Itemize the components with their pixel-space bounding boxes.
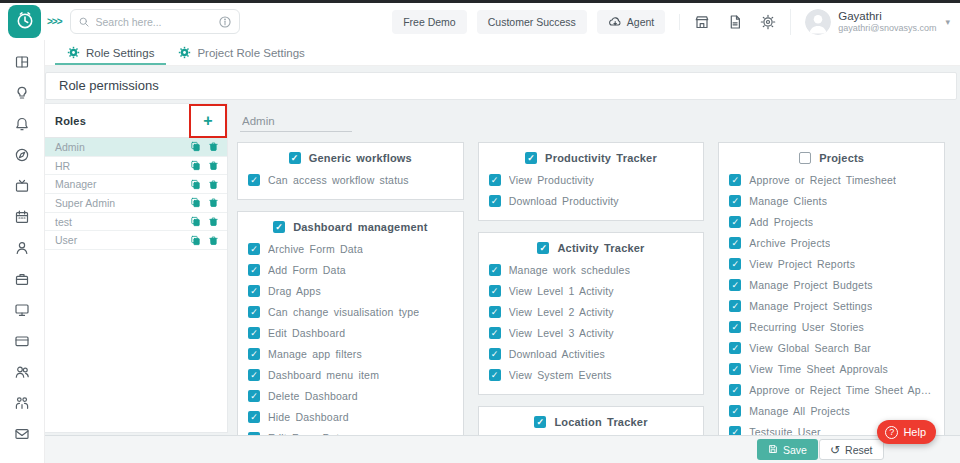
duplicate-role-button[interactable] bbox=[190, 216, 201, 227]
save-button[interactable]: Save bbox=[757, 439, 818, 460]
role-name: Super Admin bbox=[55, 197, 190, 209]
reset-button[interactable]: ↺ Reset bbox=[819, 439, 884, 460]
nav-button-agent[interactable]: Agent bbox=[597, 10, 665, 34]
users-icon[interactable] bbox=[14, 364, 30, 380]
gear-icon bbox=[67, 46, 80, 59]
duplicate-role-button[interactable] bbox=[190, 235, 201, 246]
info-icon[interactable] bbox=[218, 15, 232, 29]
user-icon[interactable] bbox=[14, 240, 30, 256]
checkbox[interactable]: ✓ bbox=[729, 342, 741, 354]
permission-label: View System Events bbox=[509, 369, 612, 381]
store-icon[interactable] bbox=[694, 14, 710, 30]
delete-role-button[interactable] bbox=[208, 179, 219, 190]
checkbox[interactable]: ✓ bbox=[729, 300, 741, 312]
briefcase-icon[interactable] bbox=[14, 271, 30, 287]
gear-icon[interactable] bbox=[760, 14, 776, 30]
checkbox[interactable]: ✓ bbox=[489, 285, 501, 297]
delete-role-button[interactable] bbox=[208, 141, 219, 152]
app-logo[interactable] bbox=[8, 5, 41, 38]
checkbox[interactable]: ✓ bbox=[489, 348, 501, 360]
tab-bar: Role Settings Project Role Settings bbox=[45, 40, 960, 66]
checkbox[interactable]: ✓ bbox=[248, 327, 260, 339]
sidebar-expand-icon[interactable]: >>> bbox=[47, 16, 62, 27]
role-row-admin[interactable]: Admin bbox=[45, 138, 227, 157]
bottom-action-bar: Save ↺ Reset bbox=[45, 435, 960, 463]
layout-icon[interactable] bbox=[14, 54, 30, 70]
checkbox[interactable]: ✓ bbox=[729, 279, 741, 291]
checkbox[interactable]: ✓ bbox=[729, 195, 741, 207]
tab-role-settings[interactable]: Role Settings bbox=[55, 40, 166, 65]
checkbox[interactable]: ✓ bbox=[273, 221, 285, 233]
checkbox[interactable]: ✓ bbox=[729, 405, 741, 417]
checkbox[interactable]: ✓ bbox=[729, 174, 741, 186]
calendar-icon[interactable] bbox=[14, 209, 30, 225]
checkbox[interactable]: ✓ bbox=[489, 195, 501, 207]
checkbox[interactable]: ✓ bbox=[729, 384, 741, 396]
checkbox[interactable]: ✓ bbox=[729, 258, 741, 270]
role-row-manager[interactable]: Manager bbox=[45, 175, 227, 194]
duplicate-role-button[interactable] bbox=[190, 197, 201, 208]
file-icon[interactable] bbox=[727, 14, 743, 30]
chevron-down-icon[interactable]: ▾ bbox=[945, 17, 950, 27]
tab-project-role-settings[interactable]: Project Role Settings bbox=[166, 40, 316, 65]
nav-button-customer-success[interactable]: Customer Success bbox=[477, 10, 587, 34]
checkbox[interactable]: ✓ bbox=[248, 285, 260, 297]
checkbox[interactable]: ✓ bbox=[729, 321, 741, 333]
tv-icon[interactable] bbox=[14, 178, 30, 194]
delete-role-button[interactable] bbox=[208, 160, 219, 171]
checkbox[interactable]: ✓ bbox=[289, 152, 301, 164]
checkbox[interactable]: ✓ bbox=[525, 152, 537, 164]
roles-panel: Roles + AdminHRManagerSuper AdmintestUse… bbox=[45, 103, 228, 433]
duplicate-role-button[interactable] bbox=[190, 179, 201, 190]
duplicate-role-button[interactable] bbox=[190, 141, 201, 152]
permission-item-view-global-search-bar: ✓View Global Search Bar bbox=[729, 337, 934, 358]
nav-button-free-demo[interactable]: Free Demo bbox=[392, 10, 467, 34]
checkbox[interactable]: ✓ bbox=[248, 348, 260, 360]
compass-icon[interactable] bbox=[14, 147, 30, 163]
bell-icon[interactable] bbox=[14, 116, 30, 132]
role-name: Manager bbox=[55, 178, 190, 190]
role-row-hr[interactable]: HR bbox=[45, 157, 227, 176]
help-button[interactable]: ? Help bbox=[877, 420, 936, 444]
role-row-super-admin[interactable]: Super Admin bbox=[45, 194, 227, 213]
role-row-user[interactable]: User bbox=[45, 231, 227, 250]
add-role-button[interactable]: + bbox=[203, 113, 212, 129]
checkbox[interactable]: ✓ bbox=[248, 264, 260, 276]
checkbox[interactable]: ✓ bbox=[489, 327, 501, 339]
permission-item-hide-dashboard: ✓Hide Dashboard bbox=[248, 406, 453, 427]
checkbox[interactable]: ✓ bbox=[248, 411, 260, 423]
mail-icon[interactable] bbox=[14, 426, 30, 442]
role-name-input[interactable] bbox=[240, 110, 352, 132]
checkbox[interactable]: ✓ bbox=[729, 363, 741, 375]
user-menu[interactable]: Gayathri gayathri@snovasys.com ▾ bbox=[790, 9, 950, 35]
checkbox[interactable]: ✓ bbox=[489, 174, 501, 186]
checkbox[interactable]: ✓ bbox=[248, 369, 260, 381]
delete-role-button[interactable] bbox=[208, 197, 219, 208]
panel-header: ✓Generic workflows bbox=[248, 150, 453, 169]
checkbox[interactable]: ✓ bbox=[537, 242, 549, 254]
delete-role-button[interactable] bbox=[208, 216, 219, 227]
checkbox[interactable]: ✓ bbox=[534, 416, 546, 428]
team-icon[interactable] bbox=[14, 395, 30, 411]
checkbox[interactable] bbox=[799, 152, 811, 164]
role-row-test[interactable]: test bbox=[45, 213, 227, 232]
nav-button-label: Agent bbox=[627, 16, 654, 28]
checkbox[interactable]: ✓ bbox=[248, 390, 260, 402]
checkbox[interactable]: ✓ bbox=[248, 243, 260, 255]
permission-label: Approve or Reject Time Sheet App... bbox=[749, 384, 934, 396]
permission-label: Add Form Data bbox=[268, 264, 346, 276]
checkbox[interactable]: ✓ bbox=[729, 216, 741, 228]
delete-role-button[interactable] bbox=[208, 235, 219, 246]
credit-card-icon[interactable] bbox=[14, 333, 30, 349]
permission-item-add-form-data: ✓Add Form Data bbox=[248, 259, 453, 280]
checkbox[interactable]: ✓ bbox=[248, 306, 260, 318]
monitor-icon[interactable] bbox=[14, 302, 30, 318]
duplicate-role-button[interactable] bbox=[190, 160, 201, 171]
search-input[interactable] bbox=[96, 16, 212, 28]
checkbox[interactable]: ✓ bbox=[489, 264, 501, 276]
checkbox[interactable]: ✓ bbox=[489, 306, 501, 318]
bulb-icon[interactable] bbox=[14, 85, 30, 101]
checkbox[interactable]: ✓ bbox=[489, 369, 501, 381]
checkbox[interactable]: ✓ bbox=[248, 174, 260, 186]
checkbox[interactable]: ✓ bbox=[729, 237, 741, 249]
